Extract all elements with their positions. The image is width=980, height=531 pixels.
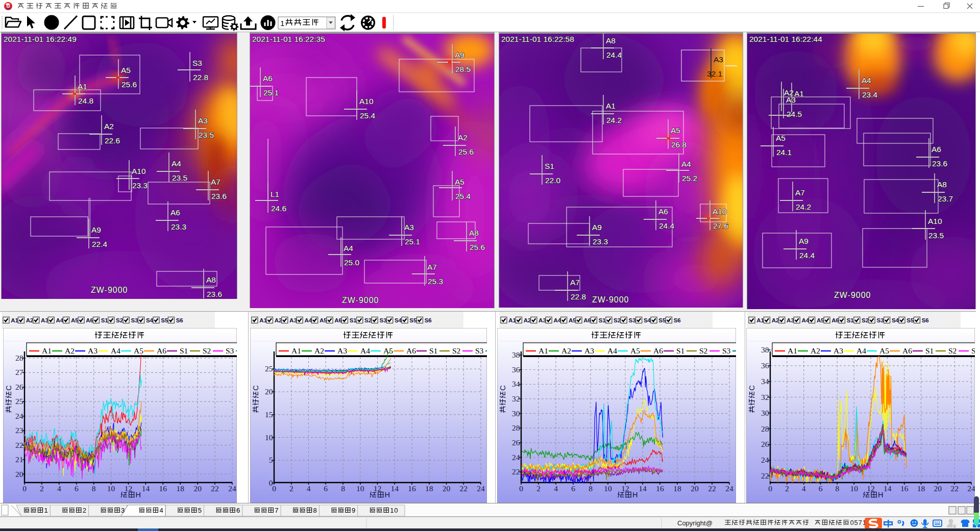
svg-text:5: 5 bbox=[854, 519, 858, 526]
svg-text:24: 24 bbox=[725, 484, 733, 493]
svg-text:C: C bbox=[5, 385, 13, 390]
svg-text:S3: S3 bbox=[877, 317, 884, 323]
svg-text:A1: A1 bbox=[11, 317, 18, 323]
svg-text:10: 10 bbox=[265, 433, 273, 442]
svg-text:25.2: 25.2 bbox=[682, 174, 697, 183]
svg-text:2021-11-01 16:22:49: 2021-11-01 16:22:49 bbox=[4, 35, 77, 43]
svg-text:18: 18 bbox=[176, 484, 184, 493]
svg-text:22.4: 22.4 bbox=[92, 240, 108, 248]
svg-text:A7: A7 bbox=[570, 278, 580, 287]
svg-text:16: 16 bbox=[900, 484, 909, 493]
svg-text:A3: A3 bbox=[786, 95, 796, 104]
svg-text:A4: A4 bbox=[111, 346, 120, 355]
svg-text:18: 18 bbox=[673, 484, 681, 493]
svg-text:A3: A3 bbox=[834, 346, 843, 355]
svg-text:15: 15 bbox=[265, 410, 273, 419]
svg-text:A9: A9 bbox=[455, 50, 464, 59]
svg-text:S4: S4 bbox=[892, 317, 899, 323]
svg-text:S1: S1 bbox=[599, 317, 606, 323]
svg-text:24.1: 24.1 bbox=[776, 148, 792, 157]
svg-text:A4: A4 bbox=[607, 346, 617, 355]
svg-text:A4: A4 bbox=[305, 317, 312, 323]
svg-text:S1: S1 bbox=[350, 317, 357, 323]
svg-text:S2: S2 bbox=[364, 317, 372, 323]
svg-text:S1: S1 bbox=[101, 317, 109, 323]
svg-text:A4: A4 bbox=[344, 244, 353, 252]
svg-text:A6: A6 bbox=[406, 346, 416, 355]
svg-text:4: 4 bbox=[159, 507, 163, 514]
svg-text:A2: A2 bbox=[65, 346, 75, 355]
svg-text:30: 30 bbox=[761, 409, 769, 417]
svg-text:A4: A4 bbox=[56, 317, 64, 323]
svg-text:2: 2 bbox=[83, 507, 86, 514]
svg-text:H: H bbox=[878, 491, 883, 499]
svg-text:S3: S3 bbox=[226, 346, 234, 355]
svg-text:A10: A10 bbox=[359, 97, 374, 106]
svg-text:24.5: 24.5 bbox=[787, 110, 802, 118]
svg-text:A5: A5 bbox=[569, 317, 576, 323]
svg-text:0: 0 bbox=[22, 484, 27, 493]
svg-text:25.6: 25.6 bbox=[470, 243, 485, 251]
svg-text:S4: S4 bbox=[644, 317, 651, 323]
svg-text:12: 12 bbox=[621, 484, 629, 493]
svg-text:23.3: 23.3 bbox=[593, 237, 608, 246]
svg-text:27.6: 27.6 bbox=[713, 221, 728, 230]
svg-text:0: 0 bbox=[519, 484, 523, 493]
svg-text:32: 32 bbox=[512, 394, 520, 403]
svg-text:A5: A5 bbox=[776, 134, 786, 142]
svg-text:12: 12 bbox=[374, 484, 382, 493]
svg-text:S3: S3 bbox=[971, 346, 975, 355]
svg-text:32: 32 bbox=[761, 393, 769, 401]
svg-text:8: 8 bbox=[92, 484, 96, 493]
svg-text:4: 4 bbox=[57, 484, 61, 493]
svg-text:25.6: 25.6 bbox=[458, 147, 474, 156]
svg-text:ZW-9000: ZW-9000 bbox=[592, 295, 629, 304]
svg-text:2: 2 bbox=[536, 484, 541, 493]
svg-text:A6: A6 bbox=[658, 207, 668, 216]
svg-text:A3: A3 bbox=[714, 55, 723, 64]
svg-text:ZW-9000: ZW-9000 bbox=[91, 286, 128, 294]
svg-text:A4: A4 bbox=[862, 76, 871, 85]
svg-text:A8: A8 bbox=[206, 275, 216, 284]
svg-text:S2: S2 bbox=[948, 346, 957, 355]
svg-text:25: 25 bbox=[15, 397, 23, 406]
svg-text:7: 7 bbox=[275, 507, 278, 514]
svg-text:Copyright@: Copyright@ bbox=[677, 519, 713, 527]
svg-text:2021-11-01 16:22:58: 2021-11-01 16:22:58 bbox=[501, 35, 574, 43]
svg-text:36: 36 bbox=[761, 361, 769, 370]
svg-text:A3: A3 bbox=[584, 346, 594, 355]
svg-text:2: 2 bbox=[785, 484, 789, 493]
svg-text:C: C bbox=[252, 385, 260, 390]
svg-text:S1: S1 bbox=[676, 346, 684, 355]
svg-text:16: 16 bbox=[159, 484, 167, 493]
svg-text:S5: S5 bbox=[658, 317, 666, 323]
svg-text:A1: A1 bbox=[538, 346, 548, 355]
svg-text:S2: S2 bbox=[203, 346, 211, 355]
svg-text:22.0: 22.0 bbox=[545, 176, 561, 185]
svg-text:S6: S6 bbox=[425, 317, 432, 323]
svg-text:S3: S3 bbox=[380, 317, 387, 323]
svg-text:22.6: 22.6 bbox=[105, 136, 120, 145]
svg-text:10: 10 bbox=[604, 484, 612, 493]
svg-text:0: 0 bbox=[768, 484, 772, 493]
svg-text:22.8: 22.8 bbox=[571, 292, 586, 301]
svg-text:25: 25 bbox=[265, 364, 273, 373]
svg-text:H: H bbox=[632, 491, 638, 499]
svg-text:A2: A2 bbox=[314, 346, 324, 355]
svg-text:A4: A4 bbox=[681, 160, 691, 168]
svg-text:22: 22 bbox=[512, 467, 520, 476]
svg-text:25.1: 25.1 bbox=[405, 237, 420, 246]
svg-text:5: 5 bbox=[198, 507, 202, 514]
svg-text:4: 4 bbox=[802, 484, 806, 493]
svg-text:S1: S1 bbox=[925, 346, 934, 355]
svg-text:24: 24 bbox=[477, 484, 485, 493]
svg-text:3: 3 bbox=[121, 507, 125, 514]
svg-text:24.2: 24.2 bbox=[796, 203, 811, 211]
svg-text:23.3: 23.3 bbox=[132, 181, 148, 190]
svg-text:S2: S2 bbox=[699, 346, 707, 355]
svg-text:A6: A6 bbox=[583, 317, 591, 323]
svg-text:A1: A1 bbox=[756, 317, 764, 323]
svg-text:A3: A3 bbox=[88, 346, 97, 355]
svg-text:18: 18 bbox=[917, 484, 925, 493]
svg-text:S4: S4 bbox=[395, 317, 402, 323]
